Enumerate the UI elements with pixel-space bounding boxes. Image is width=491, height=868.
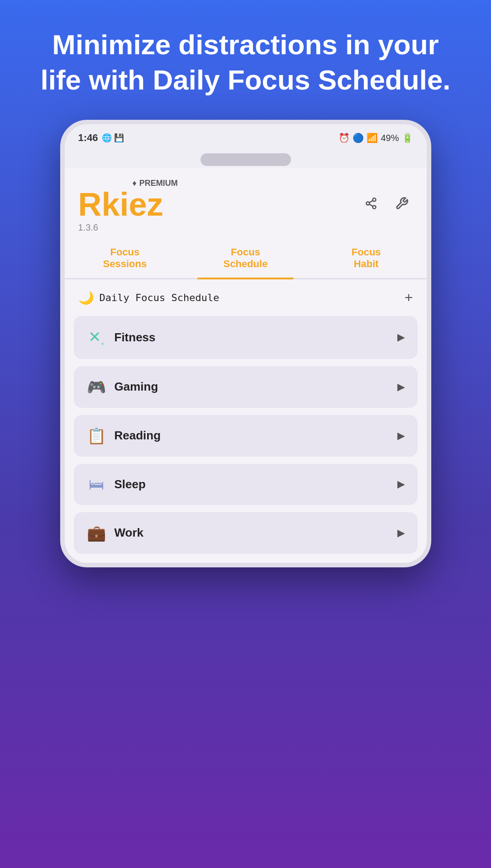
reading-chevron-icon: ▶	[397, 430, 405, 442]
header-icons	[360, 192, 413, 215]
schedule-item-work[interactable]: 💼 Work ▶	[74, 512, 418, 554]
battery-text: 49%	[381, 133, 399, 143]
schedule-item-gaming[interactable]: 🎮 Gaming ▶	[74, 366, 418, 408]
alarm-icon: ⏰	[338, 132, 350, 143]
hero-text: Minimize distractions in your life with …	[0, 0, 491, 120]
gaming-chevron-icon: ▶	[397, 381, 405, 393]
hero-section: Minimize distractions in your life with …	[0, 0, 491, 120]
status-icons-left: 🌐 💾	[102, 133, 124, 143]
add-schedule-button[interactable]: +	[405, 289, 413, 306]
section-header-left: 🌙 Daily Focus Schedule	[78, 290, 219, 305]
tab-focus-schedule[interactable]: FocusSchedule	[185, 238, 306, 278]
notch-area	[65, 151, 427, 168]
schedule-item-sleep[interactable]: 🛏 Sleep ▶	[74, 464, 418, 505]
svg-line-3	[369, 204, 373, 207]
battery-icon: 🔋	[402, 132, 413, 143]
version-text: 1.3.6	[78, 222, 178, 233]
reading-label: Reading	[114, 429, 161, 443]
app-header: ♦ PREMIUM Rkiez 1.3.6	[65, 168, 427, 238]
work-label: Work	[114, 526, 144, 540]
svg-line-4	[369, 201, 373, 203]
fitness-icon: ✕+	[86, 328, 106, 347]
moon-icon: 🌙	[78, 290, 94, 305]
work-chevron-icon: ▶	[397, 527, 405, 539]
logo-row: Rkiez	[78, 188, 178, 221]
notch-pill	[200, 153, 291, 166]
tab-focus-sessions[interactable]: FocusSessions	[65, 238, 186, 278]
sleep-icon: 🛏	[86, 476, 106, 493]
tabs-bar: FocusSessions FocusSchedule FocusHabit	[65, 238, 427, 279]
gaming-icon: 🎮	[86, 378, 106, 396]
svg-point-2	[372, 206, 376, 209]
schedule-item-fitness[interactable]: ✕+ Fitness ▶	[74, 316, 418, 359]
tab-focus-habit[interactable]: FocusHabit	[306, 238, 427, 278]
reading-item-left: 📋 Reading	[86, 427, 161, 445]
status-time: 1:46 🌐 💾	[78, 132, 124, 144]
reading-icon: 📋	[86, 427, 106, 445]
fitness-chevron-icon: ▶	[397, 331, 405, 343]
sleep-chevron-icon: ▶	[397, 478, 405, 490]
gaming-item-left: 🎮 Gaming	[86, 378, 158, 396]
time-display: 1:46	[78, 132, 98, 144]
section-header: 🌙 Daily Focus Schedule +	[65, 279, 427, 316]
svg-point-0	[372, 198, 376, 201]
sleep-item-left: 🛏 Sleep	[86, 476, 146, 493]
app-name: Rkiez	[78, 188, 163, 221]
settings-button[interactable]	[391, 192, 413, 215]
work-item-left: 💼 Work	[86, 524, 144, 542]
schedule-list: ✕+ Fitness ▶ 🎮 Gaming ▶ 📋 Reading ▶	[65, 316, 427, 563]
gaming-label: Gaming	[114, 380, 158, 394]
phone-frame: 1:46 🌐 💾 ⏰ 🔵 📶 49% 🔋 ♦ PREMIUM Rkiez	[60, 120, 431, 567]
fitness-label: Fitness	[114, 330, 156, 344]
status-bar: 1:46 🌐 💾 ⏰ 🔵 📶 49% 🔋	[65, 124, 427, 151]
sleep-label: Sleep	[114, 477, 146, 491]
section-title: Daily Focus Schedule	[100, 292, 219, 303]
share-button[interactable]	[360, 192, 382, 215]
bluetooth-icon: 🔵	[353, 132, 364, 143]
phone-content: ♦ PREMIUM Rkiez 1.3.6	[65, 168, 427, 563]
status-right-icons: ⏰ 🔵 📶 49% 🔋	[338, 132, 413, 143]
work-icon: 💼	[86, 524, 106, 542]
wifi-icon: 📶	[367, 132, 378, 143]
schedule-item-reading[interactable]: 📋 Reading ▶	[74, 415, 418, 457]
fitness-item-left: ✕+ Fitness	[86, 328, 156, 347]
svg-point-1	[366, 202, 369, 205]
app-logo-area: ♦ PREMIUM Rkiez 1.3.6	[78, 179, 178, 233]
